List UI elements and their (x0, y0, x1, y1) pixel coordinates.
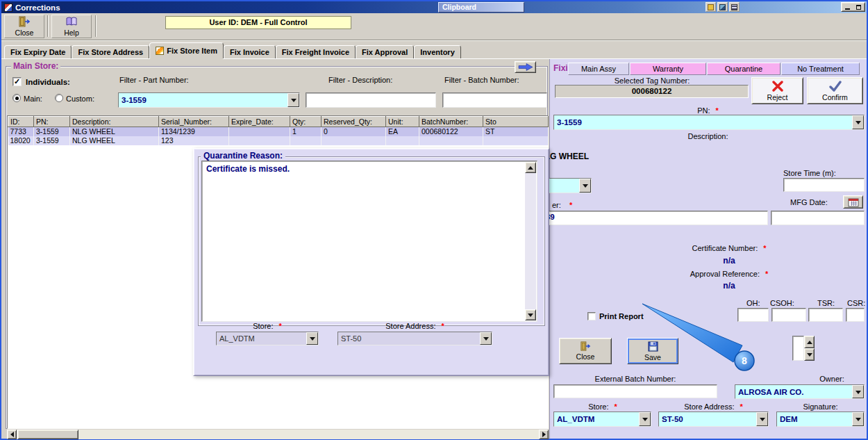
tab-fix-store-item[interactable]: Fix Store Item (149, 42, 224, 58)
help-toolbar-button[interactable]: Help (51, 15, 92, 38)
edit-note-icon (156, 47, 164, 55)
fixing-tab-no-treatment[interactable]: No Treatment (781, 63, 860, 75)
reject-button[interactable]: Reject (751, 77, 803, 104)
main-radio[interactable] (12, 94, 21, 102)
column-header-sto[interactable]: Sto (483, 117, 549, 127)
column-header-batchnumber[interactable]: BatchNumber: (419, 117, 483, 127)
combo-dropdown-button[interactable] (306, 332, 318, 345)
tab-fix-approval[interactable]: Fix Approval (356, 45, 414, 58)
fixing-tab-main-assy[interactable]: Main Assy (568, 63, 629, 75)
title-tool-button-3[interactable] (729, 2, 740, 12)
store-items-table: ID:PN:Description:Serial_Number:Expire_D… (8, 116, 549, 145)
tools-icon (719, 4, 726, 10)
spinner-up-button[interactable] (804, 336, 815, 348)
combo-dropdown-button[interactable] (287, 93, 299, 107)
panel-store-address-combo[interactable]: ST-50 (658, 412, 769, 427)
close-button[interactable]: Close (559, 338, 612, 364)
panel-store-combo[interactable]: AL_VDTM (553, 412, 651, 427)
spinner-down-button[interactable] (804, 348, 815, 361)
table-row[interactable]: 77333-1559NLG WHEEL1134/123910EA00068012… (8, 127, 549, 136)
tab-fix-expiry-date[interactable]: Fix Expiry Date (4, 45, 72, 58)
table-cell: 1134/1239 (159, 127, 229, 136)
combo-dropdown-button[interactable] (579, 179, 591, 193)
main-store-caption: Main Store: (11, 61, 60, 71)
owner-combo[interactable]: ALROSA AIR CO. (735, 384, 865, 399)
confirm-button[interactable]: Confirm (807, 77, 863, 104)
scroll-thumb[interactable] (17, 430, 78, 439)
column-header-description[interactable]: Description: (70, 117, 159, 127)
tab-fix-store-address[interactable]: Fix Store Address (72, 45, 149, 58)
combo-dropdown-button[interactable] (852, 385, 864, 398)
combo-dropdown-button[interactable] (639, 412, 651, 426)
column-header-id[interactable]: ID: (8, 117, 34, 127)
title-tool-button-1[interactable] (706, 2, 716, 12)
scroll-down-button[interactable] (525, 309, 536, 320)
fixing-tab-warranty[interactable]: Warranty (630, 63, 706, 75)
move-right-button[interactable] (515, 61, 536, 73)
combo-dropdown-button[interactable] (852, 115, 864, 129)
filter-description-input[interactable] (306, 92, 436, 108)
column-header-pn[interactable]: PN: (34, 117, 70, 127)
column-header-expire-date[interactable]: Expire_Date: (229, 117, 290, 127)
tab-fix-freight-invoice[interactable]: Fix Freight Invoice (276, 45, 356, 58)
filter-part-number-label: Filter - Part Number: (119, 76, 189, 84)
custom-radio-label: Custom: (66, 95, 94, 103)
column-header-qty[interactable]: Qty: (290, 117, 322, 127)
serial-input[interactable]: 1134/1239 (514, 211, 768, 225)
clipboard-titlebar[interactable]: Clipboard (438, 2, 524, 13)
combo-dropdown-button[interactable] (756, 412, 768, 426)
combo-dropdown-button[interactable] (852, 412, 864, 426)
tsr-input[interactable] (808, 308, 843, 322)
column-header-unit[interactable]: Unit: (386, 117, 419, 127)
table-cell: 18020 (8, 136, 34, 145)
calendar-icon (848, 197, 859, 207)
mfg-date-input[interactable] (771, 211, 865, 225)
print-report-checkbox[interactable] (587, 312, 596, 320)
dialog-store-combo[interactable]: AL_VDTM (216, 332, 319, 345)
table-row[interactable]: 180203-1559NLG WHEEL123 (8, 136, 549, 145)
pn-label-row: PN:* (549, 106, 867, 115)
reason-textarea[interactable]: Certificate is missed. (201, 161, 537, 322)
table-cell (483, 136, 549, 145)
spinner-field[interactable] (792, 336, 804, 361)
individuals-checkbox[interactable] (12, 77, 22, 86)
table-cell: 3-1559 (34, 127, 70, 136)
csr-input[interactable] (846, 308, 865, 322)
minimize-button[interactable] (842, 3, 853, 12)
book-icon (65, 16, 78, 27)
store-time-input[interactable] (783, 178, 865, 192)
dialog-store-address-value: ST-50 (338, 332, 480, 345)
calendar-button[interactable] (843, 195, 863, 209)
restore-button[interactable] (853, 3, 864, 12)
external-batch-input[interactable] (553, 384, 717, 398)
column-header-serial-number[interactable]: Serial_Number: (159, 117, 229, 127)
store-time-label: Store Time (m): (783, 169, 836, 177)
signature-combo[interactable]: DEM (776, 412, 865, 427)
column-header-reserved-qty[interactable]: Reserved_Qty: (322, 117, 386, 127)
h-scrollbar[interactable] (7, 430, 549, 439)
dropdown-arrow-icon (642, 418, 648, 424)
dropdown-arrow-icon (856, 418, 861, 424)
close-toolbar-button[interactable]: Close (4, 15, 44, 38)
scroll-up-button[interactable] (525, 162, 536, 173)
toolbar-separator (95, 15, 97, 37)
combo-dropdown-button[interactable] (480, 332, 492, 345)
reject-x-icon (770, 81, 785, 92)
scroll-right-button[interactable] (539, 430, 549, 439)
title-tool-button-2[interactable] (717, 2, 728, 12)
grid-icon (731, 4, 737, 10)
csoh-input[interactable] (771, 308, 806, 322)
tab-inventory[interactable]: Inventory (414, 45, 461, 58)
fixing-tab-quarantine[interactable]: Quarantine (707, 63, 781, 75)
textarea-scrollbar[interactable] (525, 162, 536, 320)
tab-label: Fix Invoice (230, 48, 269, 56)
tab-fix-invoice[interactable]: Fix Invoice (224, 45, 276, 58)
toolbar-separator (47, 15, 49, 37)
pn-combo[interactable]: 3-1559 (553, 115, 865, 130)
filter-batch-number-input[interactable] (442, 92, 547, 108)
dialog-store-address-combo[interactable]: ST-50 (337, 332, 492, 345)
scroll-left-button[interactable] (7, 430, 17, 439)
custom-radio[interactable] (55, 94, 63, 102)
main-radio-label: Main: (24, 95, 42, 103)
filter-part-number-combo[interactable]: 3-1559 (118, 92, 300, 108)
